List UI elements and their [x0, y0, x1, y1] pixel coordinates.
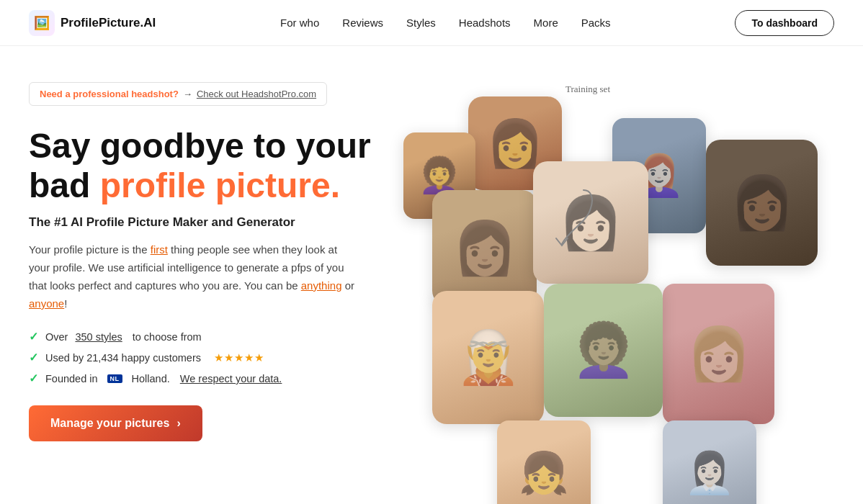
nav-packs[interactable]: Packs	[581, 17, 611, 29]
nav-more[interactable]: More	[534, 17, 558, 29]
navbar: 🖼️ ProfilePicture.AI For who Reviews Sty…	[0, 0, 863, 46]
feature-customers: ✓ Used by 21,434 happy customers ★★★★★	[29, 351, 375, 364]
main-content: Need a professional headshot? → Check ou…	[0, 46, 863, 504]
nav-links: For who Reviews Styles Headshots More Pa…	[280, 17, 611, 29]
check-icon-3: ✓	[29, 372, 38, 385]
promo-banner: Need a professional headshot? → Check ou…	[29, 82, 327, 106]
dashboard-button[interactable]: To dashboard	[735, 10, 834, 36]
star-rating: ★★★★★	[214, 352, 264, 364]
hero-left: Need a professional headshot? → Check ou…	[29, 75, 375, 441]
cta-label: Manage your pictures	[50, 417, 169, 430]
photo-card-11: 👩🏻‍💼	[663, 420, 756, 504]
logo-icon: 🖼️	[29, 10, 55, 36]
headline-line1: Say goodbye to your	[29, 127, 371, 165]
subheadline: The #1 AI Profile Picture Maker and Gene…	[29, 215, 375, 230]
cta-arrow-icon: ›	[176, 417, 180, 430]
check-icon-2: ✓	[29, 351, 38, 364]
feature-styles: ✓ Over 350 styles to choose from	[29, 330, 375, 343]
photo-card-3: 👩🏽	[432, 190, 537, 305]
privacy-link[interactable]: We respect your data.	[180, 373, 282, 384]
promo-prefix: Need a professional headshot?	[40, 89, 179, 99]
nav-headshots[interactable]: Headshots	[459, 17, 511, 29]
manage-pictures-button[interactable]: Manage your pictures ›	[29, 405, 202, 441]
nav-reviews[interactable]: Reviews	[342, 17, 383, 29]
hero-collage: Training set 👩 👩‍🦱 👩🏽 👩🏻 👩🏻‍🦰 👩🏾 🧝	[389, 75, 834, 504]
photo-card-10: 👧	[497, 420, 591, 504]
photo-card-9: 👩🏼	[663, 284, 774, 424]
nav-styles[interactable]: Styles	[406, 17, 436, 29]
headline-line2: bad profile picture.	[29, 166, 340, 204]
check-icon-1: ✓	[29, 330, 38, 343]
logo-text: ProfilePicture.AI	[61, 16, 156, 30]
body-text: Your profile picture is the first thing …	[29, 241, 360, 312]
headline-orange: profile picture.	[100, 166, 340, 204]
promo-arrow: →	[183, 89, 192, 99]
nav-for-who[interactable]: For who	[280, 17, 319, 29]
logo[interactable]: 🖼️ ProfilePicture.AI	[29, 10, 156, 36]
nl-flag: NL	[107, 374, 122, 383]
photo-card-8: 👩🏽‍🦱	[544, 284, 663, 417]
training-label: Training set	[565, 84, 610, 95]
features-list: ✓ Over 350 styles to choose from ✓ Used …	[29, 330, 375, 385]
promo-link[interactable]: Check out HeadshotPro.com	[197, 89, 316, 99]
training-arrow-icon	[547, 186, 598, 251]
headline: Say goodbye to your bad profile picture.	[29, 126, 375, 205]
styles-link[interactable]: 350 styles	[75, 331, 122, 343]
feature-founded: ✓ Founded in NL Holland. We respect your…	[29, 372, 375, 385]
photo-card-6: 👩🏾	[706, 140, 818, 266]
photo-card-7: 🧝	[432, 291, 544, 424]
